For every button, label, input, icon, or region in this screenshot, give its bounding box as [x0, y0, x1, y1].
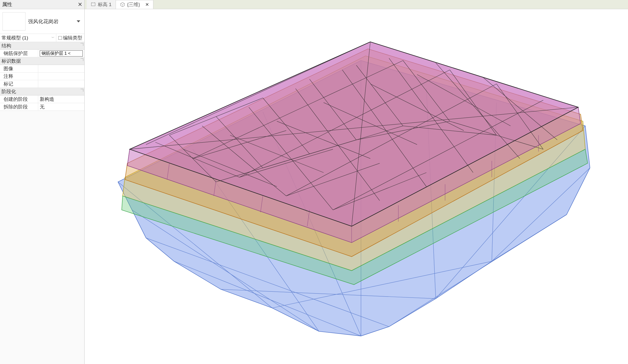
- tab-label: {三维}: [127, 1, 140, 8]
- category-selector[interactable]: 常规模型 (1) ﹀: [0, 34, 56, 42]
- property-row: 创建的阶段 新构造: [0, 95, 84, 103]
- property-value[interactable]: 无: [38, 103, 84, 110]
- properties-header: 属性 ✕: [0, 0, 84, 9]
- tab-plan-view[interactable]: 标高 1: [87, 0, 116, 9]
- chevron-down-icon: [77, 20, 80, 22]
- view-tabstrip: 标高 1 {三维} ✕: [0, 0, 628, 9]
- property-row: 注释: [0, 73, 84, 80]
- property-value[interactable]: [38, 80, 84, 88]
- group-label: 阶段化: [2, 88, 16, 95]
- app-root: 属性 ✕ 强风化花岗岩 常规模型 (1) ﹀ 编辑类型 结构 钢筋保护层: [0, 0, 628, 364]
- tab-3d-view[interactable]: {三维} ✕: [116, 0, 153, 9]
- chevron-down-icon: ﹀: [51, 36, 55, 40]
- group-label: 标识数据: [2, 58, 21, 64]
- properties-title: 属性: [2, 1, 12, 8]
- property-value[interactable]: 新构造: [38, 95, 84, 103]
- type-name: 强风化花岗岩: [28, 18, 74, 25]
- edit-type-button[interactable]: 编辑类型: [56, 34, 84, 42]
- property-key: 图像: [0, 65, 38, 72]
- properties-panel: 属性 ✕ 强风化花岗岩 常规模型 (1) ﹀ 编辑类型 结构 钢筋保护层: [0, 0, 85, 364]
- property-key: 标记: [0, 80, 38, 88]
- property-value[interactable]: [38, 65, 84, 72]
- property-value[interactable]: [38, 73, 84, 80]
- category-row: 常规模型 (1) ﹀ 编辑类型: [0, 34, 84, 42]
- type-selector[interactable]: 强风化花岗岩: [0, 9, 84, 34]
- property-key: 创建的阶段: [0, 95, 38, 103]
- property-row: 拆除的阶段 无: [0, 103, 84, 111]
- property-row: 图像: [0, 65, 84, 73]
- group-header-phasing[interactable]: 阶段化: [0, 88, 84, 95]
- property-key: 钢筋保护层: [0, 50, 38, 57]
- property-value-input[interactable]: [40, 50, 83, 57]
- edit-type-label: 编辑类型: [63, 35, 82, 41]
- properties-close-button[interactable]: ✕: [78, 1, 82, 8]
- tab-label: 标高 1: [98, 1, 112, 8]
- type-thumbnail: [3, 12, 25, 31]
- property-row: 钢筋保护层: [0, 50, 84, 57]
- property-key: 拆除的阶段: [0, 103, 38, 110]
- model-render: [85, 9, 628, 364]
- viewport-3d[interactable]: [85, 9, 628, 364]
- group-header-structure[interactable]: 结构: [0, 42, 84, 50]
- group-label: 结构: [2, 43, 11, 49]
- plan-icon: [91, 2, 96, 7]
- edit-type-icon: [58, 36, 62, 40]
- tab-close-button[interactable]: ✕: [145, 2, 149, 7]
- group-header-identification[interactable]: 标识数据: [0, 57, 84, 65]
- cube-icon: [120, 2, 125, 7]
- svg-rect-0: [91, 3, 95, 6]
- category-label: 常规模型 (1): [2, 35, 28, 41]
- property-key: 注释: [0, 73, 38, 80]
- property-row: 标记: [0, 80, 84, 88]
